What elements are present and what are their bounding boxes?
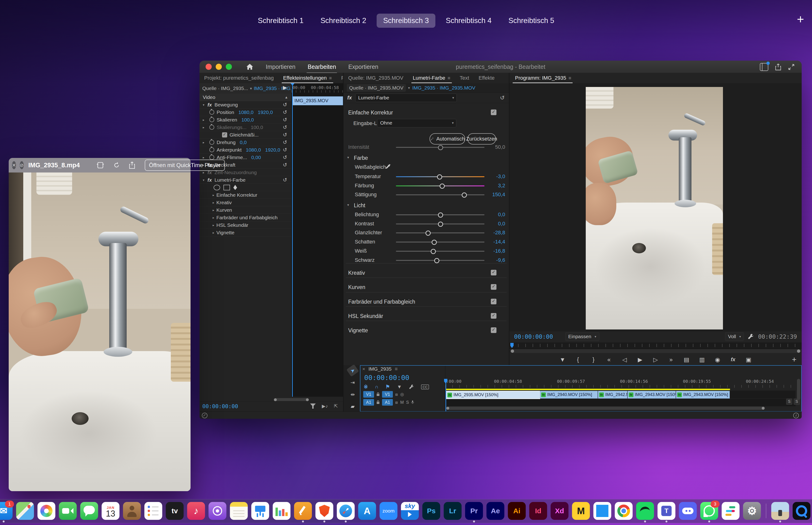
lift-icon[interactable]: ▤ [683, 356, 690, 363]
property-value[interactable]: 1920,0 [258, 109, 273, 115]
dock-preview-file[interactable] [771, 502, 789, 520]
program-timecode[interactable]: 00:00:00:00 [514, 333, 553, 340]
selection-tool[interactable]: ➤ [346, 364, 359, 377]
section-checkbox[interactable] [491, 313, 496, 319]
quicktime-video-content[interactable] [9, 172, 190, 491]
linked-selection-icon[interactable]: ※ [364, 384, 368, 390]
filter-icon[interactable] [310, 404, 316, 409]
pip-icon[interactable] [97, 162, 104, 168]
chevron-icon[interactable]: ▸ [203, 170, 206, 174]
prohibit-icon[interactable]: ⊘ [20, 161, 24, 169]
linked-clips-icon[interactable]: ⚑ [386, 384, 390, 390]
space-tab-2[interactable]: Schreibtisch 2 [314, 14, 373, 28]
chevron-icon[interactable]: ▸ [203, 155, 206, 159]
breadcrumb-source[interactable]: Quelle · IMG_2935.MOV [347, 84, 406, 92]
dock-illustrator[interactable]: Ai [508, 502, 526, 520]
razor-tool[interactable]: ▰ [348, 402, 357, 411]
dock-chrome[interactable] [615, 502, 633, 520]
comparison-view-icon[interactable]: ▣ [745, 356, 752, 363]
dock-slack[interactable] [722, 502, 740, 520]
stopwatch-icon[interactable] [209, 155, 214, 160]
reset-icon[interactable]: ↺ [283, 102, 287, 108]
effect-row-kreativ[interactable]: ▸Kreativ [199, 199, 291, 206]
section-hsl-sekund-r[interactable]: HSL Sekundär [343, 313, 509, 321]
fit-selector[interactable]: Einpassen▾ [565, 332, 599, 341]
breadcrumb-clip[interactable]: IMG_2935 · IMG_2935.MOV [412, 85, 475, 91]
play-audio-icon[interactable]: ▶♪ [322, 403, 328, 409]
dock-numbers[interactable] [273, 502, 291, 520]
light-section-header[interactable]: ▾ Licht [343, 202, 509, 210]
timeline-clip[interactable]: fxIMG_2935.MOV [150%] [446, 391, 540, 399]
dock-zoom[interactable]: zoom [380, 502, 398, 520]
menu-importieren[interactable]: Importieren [266, 62, 295, 72]
dock-calendar[interactable]: JAN13 [102, 502, 120, 520]
collapse-icon[interactable]: ▲ [285, 95, 288, 99]
timeline-clip[interactable]: fxIMG_2943.MOV [150%] [628, 391, 676, 399]
source-patch-a1[interactable]: A1 [363, 399, 374, 406]
minimize-button[interactable] [216, 64, 222, 70]
dock-miro[interactable]: M [572, 502, 590, 520]
intensity-slider[interactable] [396, 147, 485, 148]
dock-apple-tv[interactable]: tv [166, 502, 184, 520]
effect-row-hsl-sekund-r[interactable]: ▸HSL Sekundär [199, 221, 291, 229]
tab-projekt-puremetics-seifenbag[interactable]: Projekt: puremetics_seifenbag [199, 73, 278, 83]
dock-quicktime[interactable] [793, 502, 811, 520]
space-tab-4[interactable]: Schreibtisch 4 [439, 14, 498, 28]
effect-keyframe-area[interactable]: 00:00 00:00:04:58 IMG_2935.MOV [291, 83, 343, 397]
video-track-header[interactable]: V1 V1 ⧈ ◎ [363, 391, 404, 398]
open-with-quicktime-button[interactable]: Öffnen mit QuickTime Player [145, 160, 225, 171]
effect-row-lumetri-farbe[interactable]: ▾fxLumetri-Farbe↺ [199, 176, 291, 184]
property-value[interactable]: 0,0 [240, 139, 247, 145]
dock-keynote[interactable] [251, 502, 269, 520]
dock-lightroom[interactable]: Lr [444, 502, 462, 520]
panel-menu-icon[interactable]: ≡ [569, 75, 571, 81]
dock-premiere[interactable]: Pr [465, 502, 483, 520]
basic-correction-header[interactable]: Einfache Korrektur [343, 109, 509, 118]
track-select-tool[interactable]: ⇥ [348, 378, 357, 387]
auto-button[interactable]: Automatisch [429, 133, 465, 145]
timeline-timecode[interactable]: 00:00:00:00 [364, 374, 409, 381]
panel-menu-icon[interactable]: ≡ [329, 75, 332, 81]
extract-icon[interactable]: ▥ [699, 356, 705, 363]
go-to-in-icon[interactable]: « [606, 356, 612, 363]
track-target-a1[interactable]: A1 [382, 399, 393, 406]
wrench-icon[interactable] [409, 384, 414, 389]
kontrast-slider[interactable] [396, 224, 485, 224]
chevron-icon[interactable]: ▾ [203, 103, 206, 107]
schwarz-value[interactable]: -9,6 [483, 257, 505, 263]
timeline-horizontal-scrollbar[interactable] [446, 407, 765, 410]
panel-menu-icon[interactable]: ≡ [448, 75, 450, 81]
effect-controls-timecode[interactable]: 00:00:00:00 [202, 403, 238, 409]
workspace-icon[interactable] [760, 63, 768, 71]
wei--value[interactable]: -16,8 [483, 248, 505, 254]
ellipse-mask-icon[interactable] [214, 185, 220, 190]
source-patch-v1[interactable]: V1 [363, 391, 374, 397]
stopwatch-icon[interactable] [209, 140, 214, 145]
slider-handle[interactable] [438, 145, 443, 150]
effect-row-vignette[interactable]: ▸Vignette [199, 229, 291, 236]
reset-icon[interactable]: ↺ [283, 147, 287, 153]
color-section-header[interactable]: ▾ Farbe [343, 155, 509, 163]
dock-music[interactable]: ♪ [187, 502, 205, 520]
dock-mail[interactable]: ✉1 [0, 502, 13, 520]
chevron-icon[interactable]: ▸ [213, 208, 216, 212]
reset-icon[interactable]: ↺ [283, 124, 287, 131]
timeline-clip[interactable]: fxIMG_2942.M [598, 391, 627, 399]
timeline-track-area[interactable]: :00:0000:00:04:5800:00:09:5700:00:14:560… [445, 366, 796, 411]
dock-spotify[interactable] [636, 502, 654, 520]
add-button[interactable]: + [792, 355, 796, 364]
space-tab-3[interactable]: Schreibtisch 3 [377, 14, 435, 28]
dock-notes[interactable] [230, 502, 248, 520]
chevron-icon[interactable]: ▸ [213, 201, 216, 205]
audio-track-header[interactable]: A1 A1 ⧈ M S [363, 399, 414, 406]
timeline-playhead[interactable] [445, 379, 446, 411]
export-frame-icon[interactable]: ◉ [714, 356, 721, 363]
chevron-icon[interactable]: ▸ [203, 125, 206, 129]
fullscreen-icon[interactable] [788, 64, 795, 70]
section-checkbox[interactable] [491, 299, 496, 304]
chevron-icon[interactable]: ▸ [213, 216, 216, 220]
dock-settings[interactable]: ⚙ [743, 502, 761, 520]
property-value[interactable]: 0,00 [251, 155, 261, 160]
slider-handle[interactable] [434, 258, 439, 263]
f-rbung-value[interactable]: 3,2 [483, 183, 505, 189]
